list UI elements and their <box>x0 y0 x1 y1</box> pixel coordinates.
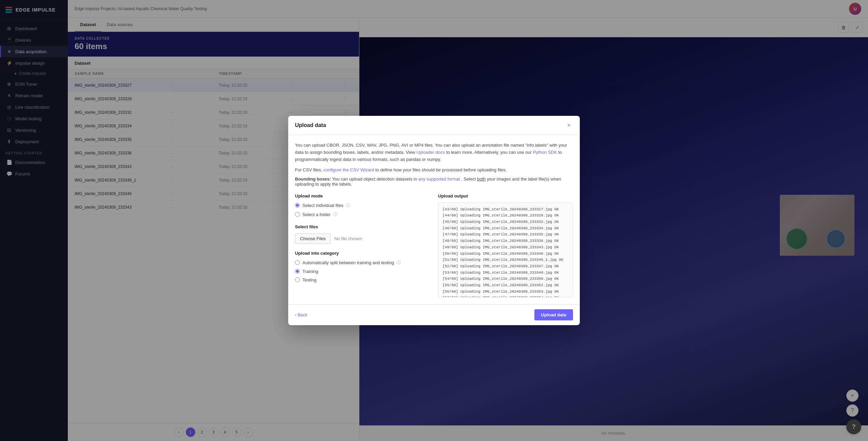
upload-category-options: Automatically split between training and… <box>295 260 430 282</box>
select-files-section: Select files Choose Files No file chosen <box>295 224 430 244</box>
radio-training-input[interactable] <box>295 269 300 274</box>
radio-folder-input[interactable] <box>295 212 300 217</box>
modal-description: You can upload CBOR, JSON, CSV, WAV, JPG… <box>295 142 573 163</box>
upload-line: [54/60] Uploading IMG_sterile_20240309_2… <box>442 276 569 282</box>
modal-left-column: Upload mode Select individual files ⓘ Se… <box>295 193 430 297</box>
supported-format-link[interactable]: any supported format <box>418 176 460 182</box>
upload-category-section: Upload into category Automatically split… <box>295 251 430 282</box>
upload-data-button[interactable]: Upload data <box>534 309 573 320</box>
radio-testing[interactable]: Testing <box>295 277 430 282</box>
upload-mode-title: Upload mode <box>295 193 430 198</box>
radio-individual-files[interactable]: Select individual files ⓘ <box>295 203 430 208</box>
modal-header: Upload data × <box>288 116 580 135</box>
upload-line: [56/60] Uploading IMG_sterile_20240309_2… <box>442 289 569 295</box>
csv-wizard-link[interactable]: configure the CSV Wizard <box>323 167 374 172</box>
csv-notice: For CSV files, configure the CSV Wizard … <box>295 167 573 172</box>
upload-modal: Upload data × You can upload CBOR, JSON,… <box>288 116 580 325</box>
upload-mode-section: Upload mode Select individual files ⓘ Se… <box>295 193 430 217</box>
radio-testing-input[interactable] <box>295 277 300 282</box>
help-icon-auto-split: ⓘ <box>397 260 401 266</box>
modal-close-button[interactable]: × <box>565 121 573 129</box>
upload-line: [47/60] Uploading IMG_sterile_20240309_2… <box>442 231 569 238</box>
upload-line: [53/60] Uploading IMG_sterile_20240309_2… <box>442 270 569 276</box>
upload-output-box: [43/60] Uploading IMG_sterile_20240309_2… <box>438 203 573 297</box>
upload-line: [50/60] Uploading IMG_sterile_20240309_2… <box>442 251 569 257</box>
upload-line: [51/60] Uploading IMG_sterile_20240309_2… <box>442 257 569 263</box>
upload-line: [49/60] Uploading IMG_sterile_20240309_2… <box>442 244 569 251</box>
modal-footer: ‹ Back Upload data <box>288 304 580 325</box>
upload-line: [52/60] Uploading IMG_sterile_20240309_2… <box>442 263 569 270</box>
radio-select-folder[interactable]: Select a folder ⓘ <box>295 212 430 217</box>
bounding-box-notice: Bounding boxes: You can upload object de… <box>295 176 573 187</box>
upload-line: [43/60] Uploading IMG_sterile_20240309_2… <box>442 206 569 213</box>
python-sdk-link[interactable]: Python SDK <box>533 150 557 155</box>
upload-line: [45/60] Uploading IMG_sterile_20240309_2… <box>442 219 569 225</box>
modal-title: Upload data <box>295 122 326 128</box>
radio-training[interactable]: Training <box>295 269 430 274</box>
radio-auto-split[interactable]: Automatically split between training and… <box>295 260 430 266</box>
no-file-chosen-text: No file chosen <box>334 236 362 241</box>
help-icon-individual: ⓘ <box>346 203 350 208</box>
radio-individual-files-input[interactable] <box>295 203 300 208</box>
uploader-docs-link[interactable]: Uploader docs <box>416 150 445 155</box>
upload-line: [57/60] Uploading IMG_sterile_20240309_2… <box>442 295 569 297</box>
upload-line: [55/60] Uploading IMG_sterile_20240309_2… <box>442 282 569 289</box>
select-files-title: Select files <box>295 224 430 229</box>
upload-category-title: Upload into category <box>295 251 430 256</box>
upload-line: [46/60] Uploading IMG_sterile_20240309_2… <box>442 225 569 232</box>
radio-auto-split-input[interactable] <box>295 260 300 265</box>
upload-mode-options: Select individual files ⓘ Select a folde… <box>295 203 430 217</box>
upload-line: [44/60] Uploading IMG_sterile_20240309_2… <box>442 212 569 219</box>
modal-body: You can upload CBOR, JSON, CSV, WAV, JPG… <box>288 135 580 304</box>
file-input-area: Choose Files No file chosen <box>295 233 430 244</box>
modal-two-columns: Upload mode Select individual files ⓘ Se… <box>295 193 573 297</box>
choose-files-button[interactable]: Choose Files <box>295 233 331 244</box>
upload-line: [48/60] Uploading IMG_sterile_20240309_2… <box>442 238 569 244</box>
modal-right-column: Upload output [43/60] Uploading IMG_ster… <box>438 193 573 297</box>
upload-output-title: Upload output <box>438 193 573 198</box>
modal-overlay[interactable]: Upload data × You can upload CBOR, JSON,… <box>0 0 868 441</box>
help-icon-folder: ⓘ <box>333 212 337 217</box>
back-button[interactable]: ‹ Back <box>295 312 308 317</box>
